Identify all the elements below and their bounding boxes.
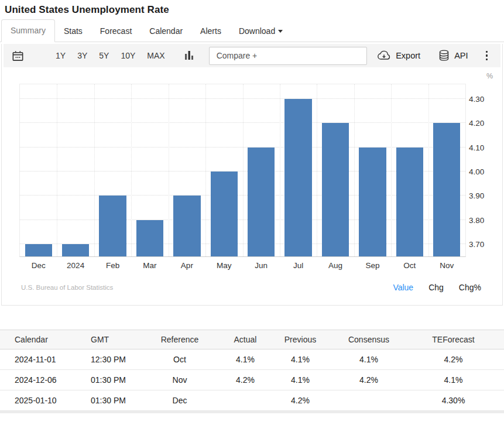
y-axis-tick-label: 3.80 [469,215,498,224]
y-axis-tick-label: 4.00 [469,167,498,176]
x-axis-label-apr: Apr [181,261,193,270]
x-axis-label-oct: Oct [403,261,416,270]
cell-calendar: 2024-11-01 [0,349,91,370]
bar-chart-type-icon [183,49,195,62]
tab-bar: Summary Stats Forecast Calendar Alerts D… [0,19,504,42]
export-label: Export [396,51,420,60]
table-row: 2024-12-0601:30 PMNov4.2%4.1%4.2%4.1% [0,370,504,390]
y-axis-tick-label: 3.70 [469,240,498,249]
cell-consensus [335,390,403,411]
x-axis-label-may: May [217,261,232,270]
tab-stats[interactable]: Stats [55,20,91,42]
cloud-export-icon [376,49,392,62]
cell-calendar: 2025-01-10 [0,390,91,411]
chart-type-button[interactable] [183,49,195,62]
v-gridline [131,84,132,256]
range-5y-button[interactable]: 5Y [94,47,114,64]
tab-forecast[interactable]: Forecast [91,20,140,42]
v-gridline [280,84,280,256]
x-axis-label-dec: Dec [32,261,46,270]
column-header-calendar: Calendar [0,330,91,349]
table-header-row: CalendarGMTReferenceActualPreviousConsen… [0,330,504,349]
cell-previous: 4.1% [266,370,335,390]
cell-calendar: 2024-12-06 [0,370,91,390]
column-header-gmt: GMT [91,330,135,349]
column-header-actual: Actual [225,330,266,349]
chevron-down-icon [278,30,283,33]
bar-aug[interactable] [322,123,349,256]
y-axis-unit-label: % [486,72,493,80]
cell-previous: 4.2% [266,390,335,411]
cell-teforecast: 4.2% [403,349,504,370]
cell-actual: 4.1% [225,349,266,370]
bar-2024[interactable] [62,244,89,256]
tab-summary[interactable]: Summary [1,19,55,42]
x-axis-label-aug: Aug [328,261,342,270]
calendar-icon [11,49,25,63]
v-gridline [391,84,392,256]
cell-reference: Dec [135,390,225,411]
chart-toolbar: 1Y 3Y 5Y 10Y MAX [4,44,500,67]
tab-calendar[interactable]: Calendar [140,20,191,42]
table-row: 2025-01-1001:30 PMDec4.2%4.30% [0,390,504,411]
v-gridline [354,84,355,256]
mode-chg[interactable]: Chg [428,283,444,292]
bar-oct[interactable] [396,148,423,256]
toolbar-right-group: Export API [376,49,500,63]
range-1y-button[interactable]: 1Y [50,47,71,64]
kebab-menu-icon[interactable] [484,49,491,63]
v-gridline [57,84,57,256]
bar-sep[interactable] [359,148,386,256]
unemployment-bar-chart: % 3.703.803.904.004.104.204.30Dec2024Feb… [2,71,502,278]
bar-jun[interactable] [248,148,275,256]
column-header-teforecast: TEForecast [403,330,504,349]
cell-teforecast: 4.30% [403,390,504,411]
range-10y-button[interactable]: 10Y [115,47,140,64]
calendar-release-table: CalendarGMTReferenceActualPreviousConsen… [0,330,504,411]
cell-gmt: 01:30 PM [91,370,135,390]
bar-mar[interactable] [136,220,163,256]
v-gridline [317,84,317,256]
x-axis-label-feb: Feb [106,261,119,270]
export-button[interactable]: Export [376,49,420,62]
bar-jul[interactable] [284,99,311,256]
column-header-consensus: Consensus [335,330,403,349]
cell-consensus: 4.2% [335,370,403,390]
api-button[interactable]: API [438,49,468,63]
source-attribution: U.S. Bureau of Labor Statistics [21,284,113,291]
chart-card: 1Y 3Y 5Y 10Y MAX [1,44,503,306]
x-axis-label-nov: Nov [440,261,454,270]
date-range-calendar-button[interactable] [11,49,25,63]
mode-value[interactable]: Value [393,283,413,292]
cell-gmt: 12:30 PM [91,349,135,370]
x-axis-label-jul: Jul [293,261,303,270]
v-gridline [94,84,95,256]
mode-chgpct[interactable]: Chg% [459,283,481,292]
y-axis-tick-label: 4.20 [469,119,498,128]
compare-input[interactable] [209,47,367,65]
cell-previous: 4.1% [266,349,335,370]
bar-dec[interactable] [25,244,52,256]
y-axis-tick-label: 4.30 [469,94,498,103]
y-axis-tick-label: 4.10 [469,143,498,152]
bar-apr[interactable] [173,196,200,256]
x-axis-label-sep: Sep [365,261,379,270]
cell-reference: Nov [135,370,225,390]
v-gridline [243,84,244,256]
bar-feb[interactable] [99,196,126,256]
range-max-button[interactable]: MAX [142,47,170,64]
plot-area: 3.703.803.904.004.104.204.30Dec2024FebMa… [19,84,466,257]
tab-download[interactable]: Download [230,20,292,42]
tab-download-label: Download [239,26,275,36]
v-gridline [205,84,206,256]
range-3y-button[interactable]: 3Y [72,47,92,64]
api-label: API [454,51,468,60]
table-row: 2024-11-0112:30 PMOct4.1%4.1%4.1%4.2% [0,349,504,370]
x-axis-label-mar: Mar [143,261,156,270]
bar-nov[interactable] [433,123,460,256]
x-axis-label-2024: 2024 [67,261,84,270]
chart-footer: U.S. Bureau of Labor Statistics ValueChg… [2,278,502,292]
cell-teforecast: 4.1% [403,370,504,390]
tab-alerts[interactable]: Alerts [191,20,230,42]
bar-may[interactable] [211,172,238,256]
